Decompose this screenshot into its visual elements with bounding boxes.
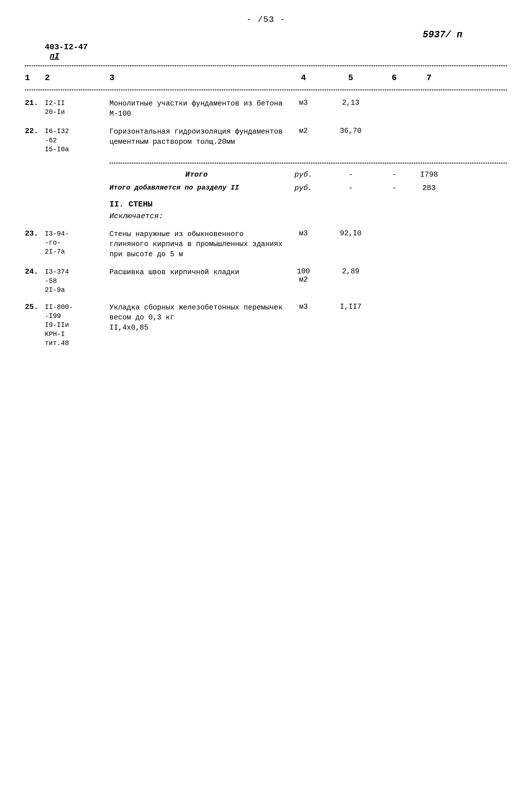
table-row: 21. I2-II 20-Iи Монолитные участки фунда… [25,95,507,123]
row-unit-24: 100 м2 [283,267,323,284]
row-unit-25: м3 [283,303,323,311]
table-row: 25. II-800- -I99 I9-IIи КРН-I тит.48 Укл… [25,299,507,352]
row-code-22: I6-I32 -62 I5-I0а [45,127,109,154]
row-num-22: 22. [25,127,45,135]
summary-itogo2-qty: - [323,184,378,192]
column-headers: 1 2 3 4 5 6 7 [25,71,507,85]
top-divider [25,65,507,66]
col-header-1: 1 [25,73,45,82]
col-header-3: 3 [109,73,283,82]
row-qty-22: 36,70 [323,127,378,135]
row-desc-24: Расшивка швов кирпичной кладки [109,267,283,278]
table-row: 24. I3-374 -58 2I-9а Расшивка швов кирпи… [25,263,507,299]
inner-divider-1 [109,163,507,164]
row-code-21: I2-II 20-Iи [45,99,109,117]
row-qty-24: 2,89 [323,267,378,276]
row-desc-23: Стены наружные из обыкновенного глиняног… [109,229,283,260]
row-num-23: 23. [25,229,45,238]
row-num-25: 25. [25,303,45,311]
summary-itogo2-label: Итого добавляется по разделу II [109,184,283,192]
summary-itogo-qty: - [323,170,378,179]
col-header-4: 4 [283,73,323,82]
row-qty-21: 2,13 [323,99,378,107]
section-ii-subtitle: Исключается: [25,211,507,225]
top-left-ref-sub: пI [50,52,507,61]
summary-itogo-row: Итого руб. - - I798 [25,168,507,181]
summary-itogo-unit: руб. [283,170,323,179]
row-desc-25: Укладка сборных железобетонных перемычек… [109,303,283,333]
col-header-6: 6 [378,73,410,82]
row-code-25: II-800- -I99 I9-IIи КРН-I тит.48 [45,303,109,348]
summary-itogo-col6: - [378,170,410,179]
top-left-ref: 403-I2-47 [45,43,507,52]
row-qty-23: 92,I0 [323,229,378,238]
header-divider [25,90,507,90]
col-header-5: 5 [323,73,378,82]
summary-itogo2-row: Итого добавляется по разделу II руб. - -… [25,181,507,195]
row-code-24: I3-374 -58 2I-9а [45,267,109,294]
col-header-7: 7 [410,73,448,82]
row-code-23: I3-94- -го- 2I-7а [45,229,109,257]
row-desc-21: Монолитные участки фундаментов из бетона… [109,99,283,119]
row-num-21: 21. [25,99,45,107]
table-row: 23. I3-94- -го- 2I-7а Стены наружные из … [25,225,507,264]
col-header-2: 2 [45,73,109,82]
summary-itogo-label: Итого [109,170,283,179]
section-ii-title: II. СТЕНЫ [25,195,507,211]
summary-itogo2-col7: 283 [410,184,448,192]
summary-itogo2-col6: - [378,184,410,192]
row-qty-25: I,II7 [323,303,378,311]
table-row: 22. I6-I32 -62 I5-I0а Горизонтальная гид… [25,123,507,158]
top-right-ref: 5937/ п [25,29,463,40]
row-unit-23: м3 [283,229,323,238]
summary-itogo-col7: I798 [410,170,448,179]
summary-itogo2-unit: руб. [283,184,323,192]
row-unit-21: м3 [283,99,323,107]
row-unit-22: м2 [283,127,323,135]
row-desc-22: Горизонтальная гидроизоляция фундаментов… [109,127,283,147]
page-number: - /53 - [25,15,507,25]
row-num-24: 24. [25,267,45,276]
